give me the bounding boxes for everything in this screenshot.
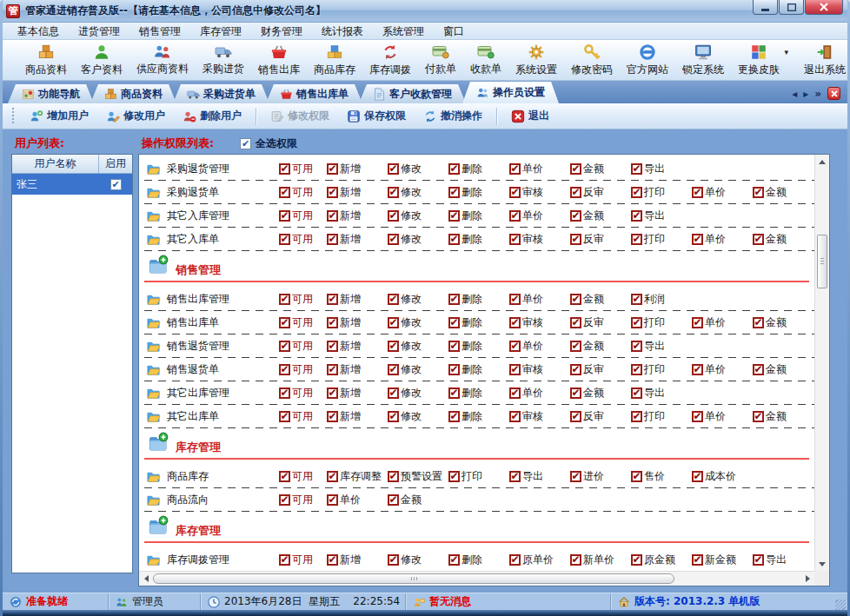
permission-checkbox[interactable]: ✔ xyxy=(570,364,581,375)
select-all-checkbox[interactable]: ✔ xyxy=(240,138,251,149)
permission-checkbox[interactable]: ✔ xyxy=(279,163,290,175)
toolbar-item-0[interactable]: 商品资料 xyxy=(18,41,74,79)
tab-scroll-left-icon[interactable]: ◂ xyxy=(792,89,797,99)
select-all-permissions[interactable]: ✔ 全选权限 xyxy=(240,136,297,151)
permission-checkbox[interactable]: ✔ xyxy=(509,387,521,399)
permission-checkbox[interactable]: ✔ xyxy=(388,411,399,422)
permission-checkbox[interactable]: ✔ xyxy=(448,210,460,222)
user-row[interactable]: 张三 ✔ xyxy=(12,174,132,195)
toolbar-item-4[interactable]: 销售出库 xyxy=(251,41,307,79)
permission-checkbox[interactable]: ✔ xyxy=(631,471,642,482)
permission-checkbox[interactable]: ✔ xyxy=(448,341,460,352)
permission-checkbox[interactable]: ✔ xyxy=(631,234,642,245)
permission-checkbox[interactable]: ✔ xyxy=(570,294,581,305)
permission-checkbox[interactable]: ✔ xyxy=(327,341,338,352)
action-1[interactable]: 修改用户 xyxy=(98,105,173,127)
permission-checkbox[interactable]: ✔ xyxy=(509,294,521,305)
permission-checkbox[interactable]: ✔ xyxy=(327,471,338,482)
tab-list-icon[interactable]: » xyxy=(814,89,821,99)
permission-checkbox[interactable]: ✔ xyxy=(631,411,642,422)
user-enabled-column[interactable]: 启用 xyxy=(99,155,132,173)
permission-checkbox[interactable]: ✔ xyxy=(327,411,338,422)
permission-checkbox[interactable]: ✔ xyxy=(692,187,703,198)
menu-item-7[interactable]: 窗口 xyxy=(434,23,474,40)
permission-checkbox[interactable]: ✔ xyxy=(448,471,460,482)
permission-checkbox[interactable]: ✔ xyxy=(692,234,703,245)
permission-checkbox[interactable]: ✔ xyxy=(509,341,521,352)
permission-checkbox[interactable]: ✔ xyxy=(279,471,290,482)
permission-checkbox[interactable]: ✔ xyxy=(509,187,521,198)
toolbar-item-9[interactable]: 系统设置 xyxy=(508,41,564,79)
permission-checkbox[interactable]: ✔ xyxy=(388,317,399,328)
permission-checkbox[interactable]: ✔ xyxy=(279,187,290,198)
permission-checkbox[interactable]: ✔ xyxy=(631,187,642,198)
permission-checkbox[interactable]: ✔ xyxy=(570,471,581,482)
permission-checkbox[interactable]: ✔ xyxy=(327,210,338,222)
permission-checkbox[interactable]: ✔ xyxy=(279,364,290,375)
permission-checkbox[interactable]: ✔ xyxy=(570,210,581,222)
actionbar-grip[interactable] xyxy=(11,108,15,125)
toolbar-item-1[interactable]: 客户资料 xyxy=(74,41,129,79)
tab-2[interactable]: 采购进货单 xyxy=(173,84,269,103)
permission-checkbox[interactable]: ✔ xyxy=(753,554,764,566)
tab-scroll-right-icon[interactable]: ▸ xyxy=(803,89,808,99)
permission-checkbox[interactable]: ✔ xyxy=(631,317,642,328)
permission-checkbox[interactable]: ✔ xyxy=(631,387,642,399)
permission-checkbox[interactable]: ✔ xyxy=(388,494,399,506)
horizontal-scrollbar[interactable] xyxy=(139,571,814,586)
permission-checkbox[interactable]: ✔ xyxy=(448,364,460,375)
permission-checkbox[interactable]: ✔ xyxy=(327,163,338,175)
permission-checkbox[interactable]: ✔ xyxy=(509,234,521,245)
menu-item-5[interactable]: 统计报表 xyxy=(312,23,373,40)
resize-grip[interactable] xyxy=(835,599,846,610)
permission-checkbox[interactable]: ✔ xyxy=(388,471,399,482)
permission-checkbox[interactable]: ✔ xyxy=(279,411,290,422)
permission-checkbox[interactable]: ✔ xyxy=(753,411,764,422)
chevron-down-icon[interactable]: ▾ xyxy=(784,48,788,56)
maximize-button[interactable] xyxy=(779,0,804,15)
toolbar-item-14[interactable]: 退出系统 xyxy=(797,41,850,79)
tab-4[interactable]: 客户收款管理 xyxy=(359,84,466,103)
vertical-scrollbar[interactable] xyxy=(814,155,829,571)
permission-checkbox[interactable]: ✔ xyxy=(388,163,399,175)
permission-checkbox[interactable]: ✔ xyxy=(327,494,338,506)
menu-item-1[interactable]: 进货管理 xyxy=(69,23,129,40)
tab-5[interactable]: 操作员设置 xyxy=(462,82,559,103)
permission-checkbox[interactable]: ✔ xyxy=(631,364,642,375)
permission-checkbox[interactable]: ✔ xyxy=(279,294,290,305)
toolbar-item-3[interactable]: 采购进货 xyxy=(196,41,251,79)
permission-checkbox[interactable]: ✔ xyxy=(509,163,521,175)
permission-checkbox[interactable]: ✔ xyxy=(570,554,581,566)
permission-checkbox[interactable]: ✔ xyxy=(388,554,399,566)
permission-checkbox[interactable]: ✔ xyxy=(448,554,460,566)
permission-checkbox[interactable]: ✔ xyxy=(448,163,460,175)
permission-checkbox[interactable]: ✔ xyxy=(327,317,338,328)
permission-checkbox[interactable]: ✔ xyxy=(631,341,642,352)
tab-0[interactable]: 功能导航 xyxy=(8,84,94,103)
toolbar-item-11[interactable]: 官方网站 xyxy=(620,41,675,79)
menu-item-0[interactable]: 基本信息 xyxy=(8,23,69,40)
permission-checkbox[interactable]: ✔ xyxy=(327,234,338,245)
permission-checkbox[interactable]: ✔ xyxy=(570,411,581,422)
permission-checkbox[interactable]: ✔ xyxy=(570,234,581,245)
permission-checkbox[interactable]: ✔ xyxy=(570,341,581,352)
action-5[interactable]: 撤消操作 xyxy=(415,105,490,127)
permission-checkbox[interactable]: ✔ xyxy=(327,364,338,375)
permission-checkbox[interactable]: ✔ xyxy=(279,234,290,245)
close-button[interactable] xyxy=(805,0,843,15)
permission-checkbox[interactable]: ✔ xyxy=(388,234,399,245)
toolbar-item-6[interactable]: 库存调拨 xyxy=(362,41,418,79)
action-0[interactable]: 增加用户 xyxy=(22,105,96,127)
permission-checkbox[interactable]: ✔ xyxy=(692,364,703,375)
permission-checkbox[interactable]: ✔ xyxy=(631,554,642,566)
scroll-up-icon[interactable] xyxy=(815,155,829,169)
permission-checkbox[interactable]: ✔ xyxy=(388,387,399,399)
toolbar-item-8[interactable]: 收款单 xyxy=(463,41,508,79)
permission-checkbox[interactable]: ✔ xyxy=(327,294,338,305)
user-enabled-checkbox[interactable]: ✔ xyxy=(110,179,122,190)
permission-checkbox[interactable]: ✔ xyxy=(448,317,460,328)
permission-checkbox[interactable]: ✔ xyxy=(279,554,290,566)
permission-checkbox[interactable]: ✔ xyxy=(448,187,460,198)
permission-checkbox[interactable]: ✔ xyxy=(570,387,581,399)
permission-checkbox[interactable]: ✔ xyxy=(327,387,338,399)
